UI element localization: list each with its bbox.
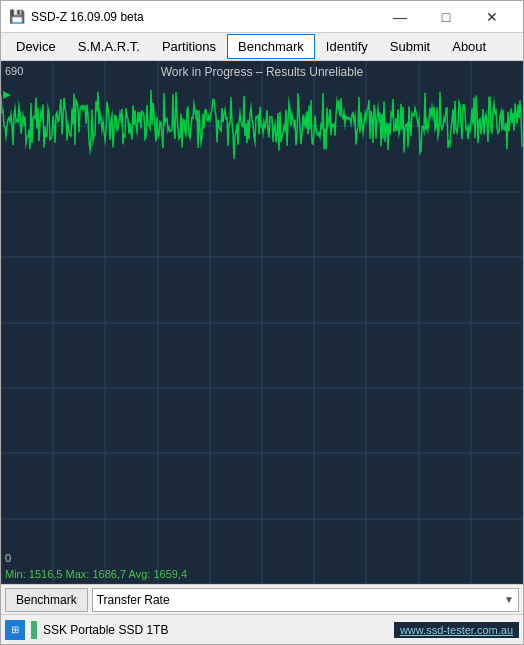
menu-item-device[interactable]: Device	[5, 34, 67, 59]
title-bar: 💾 SSD-Z 16.09.09 beta — □ ✕	[1, 1, 523, 33]
chart-stats: Min: 1516,5 Max: 1686,7 Avg: 1659,4	[5, 568, 187, 580]
chart-title: Work in Progress – Results Unreliable	[161, 65, 364, 79]
menu-item-benchmark[interactable]: Benchmark	[227, 34, 315, 59]
menu-item-smart[interactable]: S.M.A.R.T.	[67, 34, 151, 59]
chart-y-max: 690	[5, 65, 23, 77]
menu-item-partitions[interactable]: Partitions	[151, 34, 227, 59]
chevron-down-icon: ▼	[504, 594, 514, 605]
chart-y-min: 0	[5, 552, 11, 564]
benchmark-chart: 690 Work in Progress – Results Unreliabl…	[1, 61, 523, 584]
menu-item-submit[interactable]: Submit	[379, 34, 441, 59]
app-icon: 💾	[9, 9, 25, 25]
menu-item-about[interactable]: About	[441, 34, 497, 59]
maximize-button[interactable]: □	[423, 1, 469, 33]
menu-bar: Device S.M.A.R.T. Partitions Benchmark I…	[1, 33, 523, 61]
website-url[interactable]: www.ssd-tester.com.au	[394, 622, 519, 638]
menu-item-identify[interactable]: Identify	[315, 34, 379, 59]
close-button[interactable]: ✕	[469, 1, 515, 33]
bottom-controls: Benchmark Transfer Rate ▼	[1, 584, 523, 614]
ssd-indicator	[31, 621, 37, 639]
transfer-rate-dropdown[interactable]: Transfer Rate ▼	[92, 588, 519, 612]
dropdown-value: Transfer Rate	[97, 593, 170, 607]
chart-canvas	[1, 61, 523, 584]
benchmark-button[interactable]: Benchmark	[5, 588, 88, 612]
drive-icon: ⊞	[5, 620, 25, 640]
status-bar: ⊞ SSK Portable SSD 1TB www.ssd-tester.co…	[1, 614, 523, 644]
window-controls: — □ ✕	[377, 1, 515, 33]
minimize-button[interactable]: —	[377, 1, 423, 33]
device-name: SSK Portable SSD 1TB	[43, 623, 388, 637]
window-title: SSD-Z 16.09.09 beta	[31, 10, 377, 24]
main-window: 💾 SSD-Z 16.09.09 beta — □ ✕ Device S.M.A…	[0, 0, 524, 645]
